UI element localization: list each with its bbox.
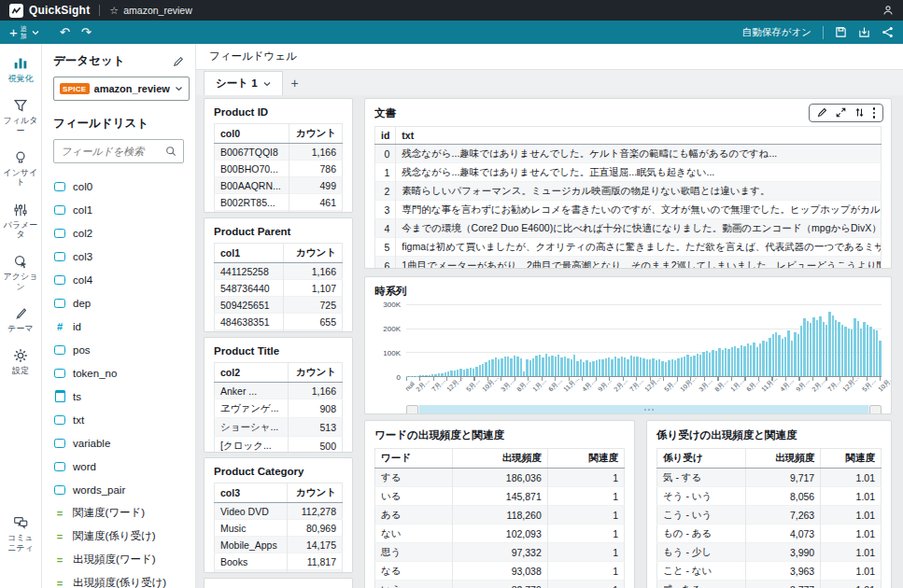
date-range-slider[interactable] [406,405,882,414]
table-row[interactable]: 5figmaは初めて買いましたが、クオリティの高さに驚きました。ただ欲を言えば、… [375,238,882,257]
table-row[interactable]: する186,0361 [375,469,625,487]
table-row[interactable]: Music80,969 [215,520,343,537]
autosave-status[interactable]: 自動保存がオン [742,26,811,39]
table-row[interactable]: 3専門的な事を言わずにお勧めレコメを書きたいのですが、文才が無いので無理でした。… [375,201,882,219]
table-row[interactable]: 856854570648 [215,330,343,333]
table-row[interactable]: 感 - ある3,7771.01 [657,581,882,588]
table-row[interactable]: こと - ない3,9631.01 [657,562,882,581]
field-item-pos[interactable]: pos [53,338,184,361]
column-header[interactable]: カウント [288,363,342,383]
table-row[interactable]: いう82,7791 [375,581,625,588]
table-row[interactable]: そう - いう8,0561.01 [657,487,882,506]
table-row[interactable]: B0067TQQI81,166 [215,144,343,161]
column-header[interactable]: 出現頻度 [453,449,548,469]
table-row[interactable]: Toys5,074 [215,570,343,574]
table-row[interactable]: いる145,8711 [375,487,625,506]
nav-theme[interactable]: テーマ [0,305,42,333]
column-header[interactable]: col2 [215,363,289,383]
column-header[interactable]: col3 [215,483,288,503]
table-row[interactable]: 4今までの環境（Core2 Duo E4600)に比べれば十分に快適になりました… [375,219,882,238]
visual-star-rating[interactable]: Star Rating [204,578,353,588]
maximize-visual-icon[interactable] [836,107,846,118]
visual-product-parent[interactable]: Product Parent col1カウント4411252581,166548… [204,217,353,332]
column-header[interactable]: カウント [283,244,342,263]
column-header[interactable]: カウント [289,124,342,144]
table-row[interactable]: なる93,0381 [375,562,625,581]
field-item-col0[interactable]: col0 [53,175,184,198]
field-item-col4[interactable]: col4 [53,268,184,291]
field-item-token_no[interactable]: token_no [53,361,184,385]
visual-product-title[interactable]: Product Title col2カウントAnker ...1,166ヱヴァン… [204,337,353,453]
table-row[interactable]: 0残念ながら...趣味ではありませんでした。ケルト音楽の範疇にも幅があるのですね… [375,145,882,163]
table-row[interactable]: 509425651725 [215,297,343,314]
table-row[interactable]: もう - 少し3,9901.01 [657,543,882,562]
column-header[interactable]: txt [396,127,882,145]
slider-right-handle[interactable] [869,405,882,414]
nav-actions[interactable]: アクション [0,253,42,291]
nav-insights[interactable]: インサイト [0,149,42,188]
field-item-col2[interactable]: col2 [53,221,184,245]
field-item-id[interactable]: #id [53,315,184,338]
dataset-selector[interactable]: SPICE amazon_review [53,77,190,101]
field-item-txt[interactable]: txt [53,408,184,431]
field-item-variable[interactable]: variable [53,431,184,455]
visual-document[interactable]: 文書 idtxt0残念ながら...趣味ではありませんでした。ケルト音楽の範疇にも… [364,98,892,269]
table-row[interactable]: ない102,0931 [375,525,625,543]
field-item-出現頻度(ワード)[interactable]: =出現頻度(ワード) [53,548,184,571]
visual-dependency-frequency[interactable]: 係り受けの出現頻度と関連度 係り受け出現頻度関連度気 - する9,7171.01… [646,420,892,588]
column-header[interactable]: 出現頻度 [746,449,821,469]
column-header[interactable]: ワード [375,449,453,469]
nav-visualize[interactable]: 視覚化 [0,55,42,83]
table-row[interactable]: Video DVD112,278 [215,503,343,520]
table-row[interactable]: もの - ある4,0731.01 [657,525,882,543]
table-row[interactable]: 5487364401,107 [215,280,343,297]
add-sheet-button[interactable]: + [283,71,307,95]
field-search[interactable] [53,139,184,163]
field-item-words_pair[interactable]: words_pair [53,478,184,501]
table-row[interactable]: 気 - する9,7171.01 [657,469,882,487]
field-search-input[interactable] [61,146,165,157]
visual-word-frequency[interactable]: ワードの出現頻度と関連度 ワード出現頻度関連度する186,0361いる145,8… [364,420,635,588]
tab-sheet-1[interactable]: シート 1 [204,71,283,95]
field-wells-bar[interactable]: フィールドウェル [196,44,903,70]
column-header[interactable]: id [375,127,396,145]
column-header[interactable]: 関連度 [821,449,882,469]
field-item-ts[interactable]: ts [53,385,184,408]
field-item-col1[interactable]: col1 [53,198,184,221]
visual-menu-kebab-icon[interactable] [873,107,876,119]
column-header[interactable]: 係り受け [657,449,746,469]
table-row[interactable]: B00BHO70...786 [215,161,343,177]
sort-arrows-icon[interactable] [854,107,865,118]
column-header[interactable]: col1 [215,244,284,263]
table-row[interactable]: B002RT85...461 [215,194,343,211]
edit-visual-pencil-icon[interactable] [817,107,827,118]
table-row[interactable]: B00EOO1D...443 [215,211,343,214]
column-header[interactable]: col0 [215,124,289,144]
user-profile-icon[interactable] [882,5,894,16]
column-header[interactable]: 関連度 [547,449,624,469]
nav-community[interactable]: コミュニティ [0,514,42,553]
table-row[interactable]: 2素晴らしいパフォーマンス。ミュージカル映画版の物足りない歌唱とは違います。 [375,182,882,201]
nav-parameters[interactable]: パラメータ [0,202,42,240]
timeseries-plot[interactable] [406,304,882,377]
field-item-出現頻度(係り受け)[interactable]: =出現頻度(係り受け) [53,571,184,588]
field-item-word[interactable]: word [53,455,184,478]
nav-filter[interactable]: フィルター [0,97,42,135]
table-row[interactable]: 61曲目でメーターがあがり、2曲目で最高潮となり、そのまま2巡してしまいました。… [375,257,882,270]
table-row[interactable]: ある118,2601 [375,506,625,525]
table-row[interactable]: 思う97,3321 [375,543,625,562]
table-row[interactable]: こう - いう7,2631.01 [657,506,882,525]
nav-settings[interactable]: 設定 [0,347,42,375]
slider-grip-icon[interactable] [644,409,654,411]
share-icon[interactable] [882,26,894,38]
table-row[interactable]: Anker ...1,166 [215,383,343,399]
table-row[interactable]: [クロック...500 [215,437,343,454]
table-row[interactable]: ショーシャ...513 [215,418,343,437]
favorite-star-icon[interactable]: ☆ [109,5,119,17]
table-row[interactable]: Mobile_Apps14,175 [215,537,343,553]
table-row[interactable]: 1残念ながら...趣味ではありませんでした。正直退屈...眠気も起きない... [375,163,882,182]
slider-left-handle[interactable] [406,405,418,414]
field-item-col3[interactable]: col3 [53,245,184,268]
visual-product-category[interactable]: Product Category col3カウントVideo DVD112,27… [204,457,353,573]
undo-button[interactable]: ↶ [60,25,70,39]
